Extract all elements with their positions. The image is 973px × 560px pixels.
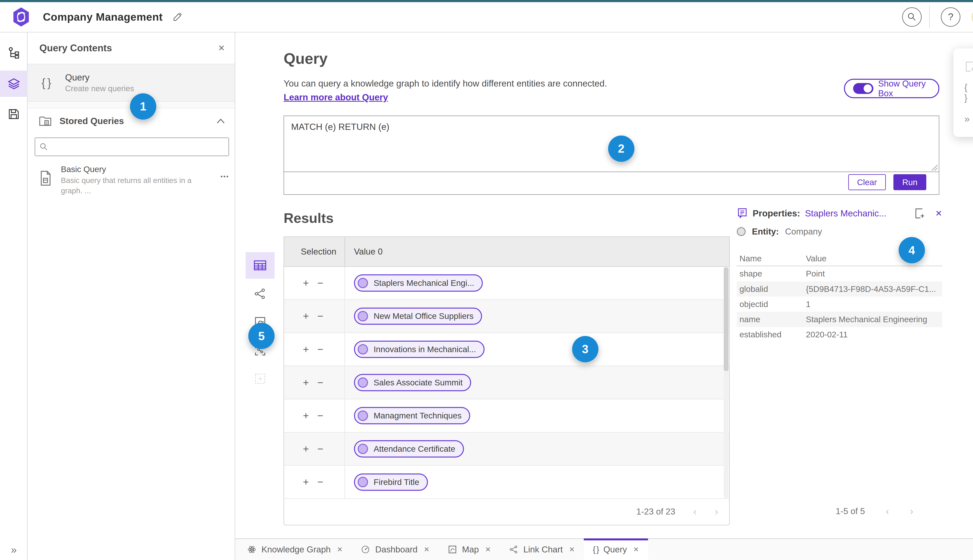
add-selection-to-icon[interactable]	[914, 207, 925, 219]
remove-from-selection-button[interactable]: −	[317, 377, 323, 388]
add-to-selection-button[interactable]: +	[303, 410, 309, 421]
close-properties-button[interactable]: ✕	[935, 208, 942, 218]
entity-pill[interactable]: Innovations in Mechanical...	[354, 341, 485, 358]
results-table-header: Selection Value 0	[284, 237, 729, 267]
remove-from-selection-button[interactable]: −	[317, 410, 323, 421]
rail-item-data-model[interactable]	[0, 40, 28, 66]
remove-from-selection-button[interactable]: −	[317, 444, 323, 454]
remove-from-selection-button[interactable]: −	[317, 344, 323, 355]
entity-label: Entity:	[752, 227, 779, 237]
edit-title-pencil-icon[interactable]	[172, 12, 183, 23]
tab-link-chart[interactable]: Link Chart ✕	[500, 539, 584, 560]
resize-handle[interactable]	[931, 164, 938, 171]
table-row: +− Managment Techniques	[284, 399, 729, 433]
add-to-selection-button[interactable]: +	[303, 311, 309, 321]
entity-node-icon	[358, 344, 368, 355]
close-tab-icon[interactable]: ✕	[337, 545, 343, 553]
tab-map[interactable]: Map ✕	[438, 539, 500, 560]
learn-more-link[interactable]: Learn more about Query	[284, 92, 388, 102]
scrollbar-thumb[interactable]	[724, 267, 729, 371]
top-accent-strip	[0, 0, 973, 2]
add-to-selection-button[interactable]: +	[303, 377, 309, 388]
results-table-card: Selection Value 0 +− Staplers Mechanical…	[284, 237, 730, 525]
contents-item-query[interactable]: { } Query Create new queries	[28, 64, 234, 102]
tab-knowledge-graph[interactable]: Knowledge Graph ✕	[238, 539, 352, 560]
stored-queries-search[interactable]	[35, 137, 229, 156]
menu-item-store-as-new-query[interactable]: { } Store as New Query	[953, 80, 973, 106]
properties-title: Properties:	[753, 208, 800, 218]
remove-from-selection-button[interactable]: −	[317, 278, 323, 288]
table-scrollbar[interactable]	[724, 267, 729, 499]
entity-pill[interactable]: Sales Associate Summit	[354, 374, 471, 391]
stored-query-more-button[interactable]: •••	[221, 173, 229, 180]
next-page-button[interactable]: ›	[715, 506, 718, 517]
view-table-button[interactable]	[246, 252, 274, 278]
entity-pill[interactable]: Managment Techniques	[354, 407, 470, 424]
chevron-up-icon[interactable]	[217, 118, 225, 124]
layers-icon	[7, 77, 21, 91]
rail-item-save[interactable]	[0, 101, 28, 127]
close-contents-panel-button[interactable]: ✕	[218, 43, 225, 53]
close-tab-icon[interactable]: ✕	[569, 545, 575, 553]
help-button[interactable]: ?	[941, 7, 960, 27]
prev-page-button[interactable]: ‹	[886, 506, 889, 516]
column-header-value0: Value 0	[344, 237, 729, 266]
rail-item-contents-layers[interactable]	[0, 71, 28, 97]
selection-context-menu: Add Selection To { } Store as New Query …	[953, 48, 973, 137]
table-row: +− Staplers Mechanical Engi...	[284, 267, 729, 300]
tab-dashboard[interactable]: Dashboard ✕	[352, 539, 438, 560]
add-to-selection-button[interactable]: +	[303, 344, 309, 355]
remove-from-selection-button[interactable]: −	[317, 477, 323, 487]
entity-value: Company	[785, 227, 822, 237]
results-title: Results	[284, 210, 334, 226]
clear-button[interactable]: Clear	[848, 174, 886, 190]
properties-icon	[737, 207, 748, 219]
entity-row: Entity: Company	[737, 227, 942, 237]
page-title: Company Management	[43, 11, 163, 23]
property-row: established 2020-02-11	[737, 327, 942, 342]
remove-from-selection-button[interactable]: −	[317, 311, 323, 321]
property-row: name Staplers Mechanical Engineering	[737, 312, 942, 327]
stored-query-description: Basic query that returns all entities in…	[61, 175, 199, 196]
menu-item-add-selection-to: Add Selection To	[953, 53, 973, 80]
prev-page-button[interactable]: ‹	[693, 506, 697, 517]
toggle-switch-on[interactable]	[853, 83, 873, 94]
property-row: globalid {5D9B4713-F98D-4A53-A59F-C1...	[737, 282, 942, 297]
global-search-button[interactable]	[902, 7, 922, 27]
entity-pill[interactable]: Firebird Title	[354, 473, 428, 491]
properties-entity-name[interactable]: Staplers Mechanic...	[805, 208, 886, 218]
close-tab-icon[interactable]: ✕	[485, 545, 491, 553]
run-button[interactable]: Run	[893, 174, 926, 190]
table-view-icon	[253, 259, 267, 272]
callout-badge-1: 1	[130, 93, 156, 120]
callout-badge-3: 3	[572, 336, 599, 362]
properties-pagination: 1-5 of 5 ‹ ›	[737, 506, 942, 516]
entity-pill[interactable]: Attendance Certificate	[354, 440, 464, 458]
table-row: +− Innovations in Mechanical...	[284, 333, 729, 366]
expand-rail-button[interactable]: »	[0, 544, 28, 556]
entity-pill[interactable]: Staplers Mechanical Engi...	[354, 274, 483, 292]
stored-queries-folder-icon	[38, 114, 53, 128]
menu-item-collapse[interactable]: » Collapse	[953, 106, 973, 132]
entity-node-icon	[358, 278, 368, 288]
stored-queries-header[interactable]: Stored Queries	[28, 110, 234, 132]
avatar[interactable]: KS	[971, 7, 973, 27]
stored-query-basic-query[interactable]: Basic Query Basic query that returns all…	[28, 156, 234, 203]
add-to-selection-button[interactable]: +	[303, 477, 309, 487]
entity-pill[interactable]: New Metal Office Suppliers	[354, 308, 482, 325]
next-page-button[interactable]: ›	[910, 506, 913, 516]
close-tab-icon[interactable]: ✕	[424, 545, 430, 553]
add-to-selection-button[interactable]: +	[303, 444, 309, 454]
add-to-selection-button[interactable]: +	[303, 278, 309, 288]
query-item-title: Query	[65, 72, 134, 83]
header-actions: ? KS Knowledge Studio publisher2	[902, 2, 973, 32]
view-link-chart-button[interactable]	[246, 281, 274, 307]
search-icon	[907, 12, 917, 22]
tab-query[interactable]: { } Query ✕	[584, 539, 648, 560]
table-row: +− Sales Associate Summit	[284, 366, 729, 399]
double-chevron-icon: »	[964, 113, 970, 125]
results-pagination-label: 1-23 of 23	[636, 507, 675, 517]
show-query-box-toggle[interactable]: Show Query Box	[844, 79, 940, 98]
stored-queries-search-input[interactable]	[53, 142, 224, 152]
close-tab-icon[interactable]: ✕	[633, 545, 639, 553]
